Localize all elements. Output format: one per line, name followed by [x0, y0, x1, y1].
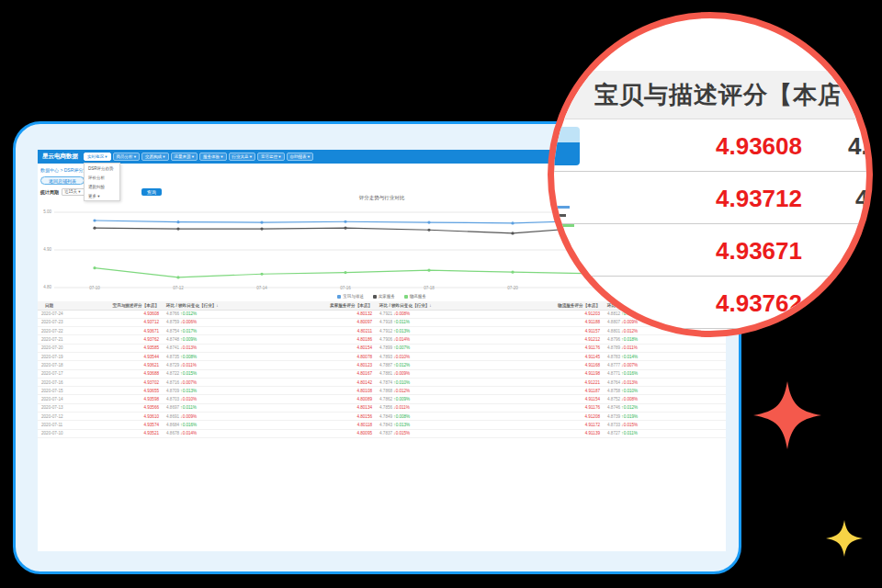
- magnified-row-2: 4.937124.9: [554, 172, 873, 224]
- col-header-g3-value: 物流服务评分【本店】: [526, 303, 600, 308]
- legend-label: 卖家服务: [379, 294, 395, 299]
- nav-tab-3[interactable]: 交易构成 ▾: [141, 153, 169, 161]
- cell-change-1: 4.8766 ↑0.012%: [159, 311, 306, 316]
- nav-tab-1[interactable]: 实时概况 ▾: [84, 153, 111, 161]
- delta-value: ↑0.010%: [621, 389, 638, 393]
- data-point: [260, 227, 263, 230]
- delta-value: ↓0.011%: [180, 363, 197, 368]
- y-tick-label: 5.00: [39, 209, 51, 214]
- delta-value: ↑0.008%: [393, 414, 410, 419]
- cell-change-2: 4.7887 ↑0.012%: [372, 363, 526, 368]
- cell-change-1: 4.8741 ↓0.013%: [159, 345, 306, 350]
- cell-score-2: 4.80134: [306, 405, 372, 410]
- delta-value: ↑0.017%: [180, 329, 197, 334]
- industry-value: 4.8789: [607, 345, 621, 350]
- industry-value: 4.8739: [607, 414, 621, 419]
- table-row: 2020-07-124.936104.8691 ↓0.009%4.801564.…: [38, 413, 726, 421]
- cell-date: 2020-07-21: [38, 337, 93, 342]
- cell-date: 2020-07-13: [38, 405, 93, 410]
- cell-change-2: 4.7862 ↑0.009%: [372, 397, 526, 401]
- table-row: 2020-07-144.935984.8703 ↓0.010%4.800894.…: [38, 395, 726, 403]
- magnified-partial-value: 4.9: [855, 185, 873, 213]
- industry-value: 4.8678: [166, 431, 180, 435]
- nav-tab-8[interactable]: 自助报表 ▾: [287, 153, 314, 161]
- legend-swatch: [404, 295, 408, 299]
- cell-score-3: 4.91187: [526, 389, 600, 393]
- delta-value: ↓0.015%: [393, 431, 410, 435]
- industry-value: 4.8733: [607, 423, 621, 427]
- delta-value: ↑0.013%: [393, 329, 410, 334]
- delta-value: ↑0.018%: [621, 337, 638, 342]
- cell-date: 2020-07-22: [38, 329, 93, 334]
- industry-value: 4.8691: [166, 414, 180, 419]
- legend-item-1[interactable]: 宝贝与描述: [337, 294, 364, 299]
- cell-date: 2020-07-23: [38, 320, 93, 324]
- data-point: [344, 227, 346, 230]
- cell-score-3: 4.91198: [526, 371, 600, 376]
- filter-label: 统计周期: [40, 189, 59, 195]
- table-row: 2020-07-184.936214.8729 ↓0.011%4.801234.…: [38, 361, 726, 369]
- cell-date: 2020-07-11: [38, 423, 93, 427]
- industry-value: 4.8748: [166, 337, 180, 342]
- data-point: [93, 219, 96, 221]
- back-to-shop-list-button[interactable]: 返回店铺列表: [40, 176, 85, 185]
- cell-score-3: 4.91176: [526, 345, 600, 350]
- cell-change-1: 4.8716 ↓0.007%: [159, 380, 306, 385]
- industry-value: 4.8735: [166, 355, 180, 359]
- red-star-icon: [753, 379, 821, 452]
- cell-change-2: 4.7843 ↑0.013%: [372, 423, 526, 427]
- cell-change-1: 4.8691 ↓0.009%: [159, 414, 306, 419]
- cell-date: 2020-07-10: [38, 431, 93, 435]
- industry-value: 4.7881: [379, 371, 393, 376]
- industry-value: 4.8746: [607, 405, 621, 410]
- nav-tab-5[interactable]: 服务体验 ▾: [199, 153, 227, 161]
- delta-value: ↓0.010%: [180, 397, 197, 401]
- nav-tab-4[interactable]: 流量来源 ▾: [171, 153, 198, 161]
- legend-item-3[interactable]: 物流服务: [404, 294, 426, 299]
- delta-value: ↑0.012%: [180, 311, 197, 316]
- data-point: [511, 271, 514, 274]
- cell-change-3: 4.8758 ↑0.010%: [600, 389, 726, 393]
- magnified-row-3: 4.936714: [554, 224, 873, 277]
- legend-item-2[interactable]: 卖家服务: [373, 294, 395, 299]
- delta-value: ↓0.010%: [393, 355, 410, 359]
- nav-tab-2[interactable]: 商品分析 ▾: [113, 153, 141, 161]
- dropdown-item-1[interactable]: DSR评分趋势: [85, 164, 119, 173]
- cell-change-3: 4.8752 ↓0.008%: [600, 397, 726, 401]
- cell-date: 2020-07-24: [38, 311, 93, 316]
- nav-tab-7[interactable]: 竞店监控 ▾: [257, 153, 285, 161]
- cell-change-2: 4.7912 ↑0.013%: [372, 329, 526, 334]
- cell-score-2: 4.80078: [306, 355, 372, 359]
- nav-tab-6[interactable]: 行业大盘 ▾: [229, 153, 256, 161]
- cell-score-1: 4.93566: [93, 405, 159, 410]
- x-tick-label: 07-14: [256, 286, 267, 290]
- data-point: [176, 227, 179, 230]
- table-row: 2020-07-174.936884.8722 ↑0.015%4.801674.…: [38, 370, 726, 379]
- industry-value: 4.8759: [166, 320, 180, 324]
- cell-change-1: 4.8759 ↓0.006%: [159, 320, 306, 324]
- delta-value: ↓0.013%: [180, 345, 197, 350]
- delta-value: ↓0.012%: [621, 329, 638, 334]
- magnified-score-value: 4.93762: [716, 289, 802, 318]
- table-body: 2020-07-244.936084.8766 ↑0.012%4.801324.…: [38, 311, 726, 438]
- cell-score-1: 4.93610: [93, 414, 159, 419]
- cell-change-1: 4.8735 ↑0.008%: [159, 355, 306, 359]
- dropdown-item-2[interactable]: 评价分析: [85, 173, 119, 182]
- cell-score-3: 4.91157: [526, 329, 600, 334]
- cell-change-1: 4.8748 ↑0.009%: [159, 337, 306, 342]
- dsr-score-table: 日期 宝贝与描述评分【本店】 环比 / 较昨日变化【行业】↓ 卖家服务评分【本店…: [38, 301, 726, 438]
- data-point: [260, 220, 263, 223]
- cell-score-2: 4.80211: [306, 329, 372, 334]
- cell-change-3: 4.8746 ↑0.012%: [600, 405, 726, 410]
- dropdown-item-3[interactable]: 退款纠纷: [85, 182, 119, 191]
- industry-value: 4.8758: [607, 389, 621, 393]
- cell-change-2: 4.7837 ↓0.015%: [372, 431, 526, 435]
- cell-change-2: 4.7921 ↓0.008%: [372, 311, 526, 316]
- dropdown-item-4[interactable]: 更多 ▾: [85, 191, 119, 200]
- cell-date: 2020-07-15: [38, 389, 93, 393]
- cell-change-1: 4.8697 ↑0.011%: [159, 405, 306, 410]
- magnified-header-text: 宝贝与描述评分【本店: [594, 79, 842, 111]
- cell-score-3: 4.91145: [526, 355, 600, 359]
- cell-score-2: 4.80142: [306, 380, 372, 385]
- industry-value: 4.7887: [379, 363, 393, 368]
